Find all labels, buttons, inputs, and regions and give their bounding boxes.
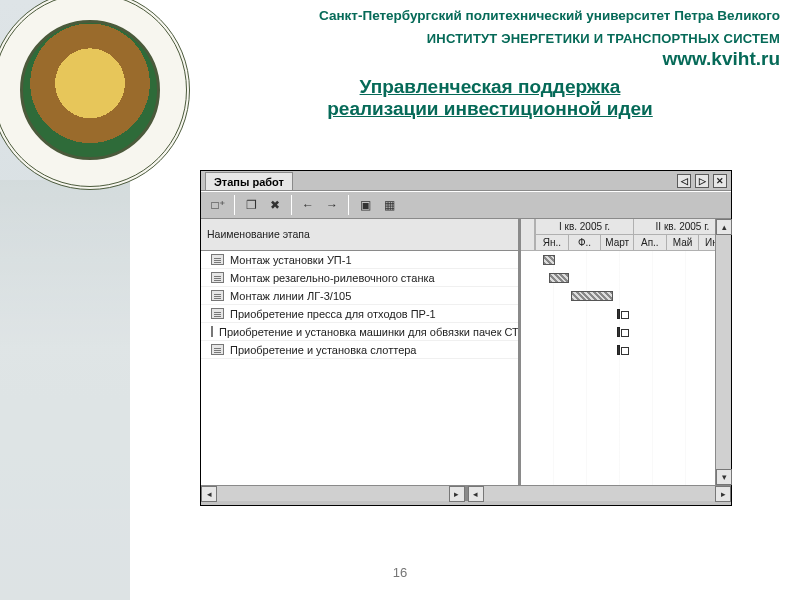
prev-icon[interactable]: ◁	[677, 174, 691, 188]
stage-row[interactable]: Приобретение и установка слоттера	[201, 341, 518, 359]
toolbar: □⁺ ❐ ✖ ← → ▣ ▦	[201, 191, 731, 219]
stages-header: Наименование этапа	[201, 219, 518, 251]
grid-icon[interactable]: ▦	[378, 194, 400, 216]
delete-icon[interactable]: ✖	[264, 194, 286, 216]
month-cell: Ян..	[535, 235, 568, 251]
gantt-row	[521, 269, 731, 287]
gantt-row	[521, 305, 731, 323]
stages-column: Наименование этапа Монтаж установки УП-1…	[201, 219, 521, 485]
stage-icon	[211, 308, 224, 319]
gantt-row	[521, 287, 731, 305]
gantt-row	[521, 251, 731, 269]
right-horizontal-scrollbar[interactable]: ◂ ▸	[468, 485, 732, 501]
gantt-area	[521, 251, 731, 485]
app-header: Этапы работ ◁ ▷ ✕	[201, 171, 731, 191]
stage-name: Приобретение пресса для отходов ПР-1	[230, 308, 436, 320]
gantt-row	[521, 323, 731, 341]
toggle-icon[interactable]: ▣	[354, 194, 376, 216]
app-footer: ◂ ▸ ◂ ▸	[201, 485, 731, 505]
vertical-scrollbar[interactable]: ▴ ▾	[715, 219, 731, 485]
stage-row[interactable]: Приобретение пресса для отходов ПР-1	[201, 305, 518, 323]
timeline-header: I кв. 2005 г. II кв. 2005 г. Ян.. Ф.. Ма…	[521, 219, 731, 251]
slide-title-line2: реализации инвестиционной идеи	[200, 98, 780, 120]
month-cell: Ф..	[568, 235, 601, 251]
header-block: Санкт-Петербургский политехнический унив…	[200, 8, 780, 120]
next-icon[interactable]: ▷	[695, 174, 709, 188]
left-horizontal-scrollbar[interactable]: ◂ ▸	[201, 485, 468, 501]
quarter-1: I кв. 2005 г.	[535, 219, 633, 235]
university-name: Санкт-Петербургский политехнический унив…	[200, 8, 780, 23]
gantt-column: I кв. 2005 г. II кв. 2005 г. Ян.. Ф.. Ма…	[521, 219, 731, 485]
month-cell: Март	[600, 235, 633, 251]
new-doc-icon[interactable]: □⁺	[207, 194, 229, 216]
slide-title-line1: Управленческая поддержка	[200, 76, 780, 98]
university-seal	[0, 0, 190, 190]
gantt-milestone[interactable]	[617, 345, 620, 355]
coat-of-arms	[20, 20, 160, 160]
arrow-right-icon[interactable]: →	[321, 194, 343, 216]
stage-icon	[211, 290, 224, 301]
gantt-bar[interactable]	[549, 273, 569, 283]
institute-name: ИНСТИТУТ ЭНЕРГЕТИКИ И ТРАНСПОРТНЫХ СИСТЕ…	[200, 31, 780, 46]
scroll-track[interactable]	[217, 486, 449, 501]
stage-icon	[211, 254, 224, 265]
app-panel: Этапы работ ◁ ▷ ✕ □⁺ ❐ ✖ ← → ▣ ▦ Наимено…	[200, 170, 732, 506]
header-stub	[521, 219, 535, 251]
stage-row[interactable]: Приобретение и установка машинки для обв…	[201, 323, 518, 341]
arrow-left-icon[interactable]: ←	[297, 194, 319, 216]
stage-name: Приобретение и установка машинки для обв…	[219, 326, 518, 338]
stage-row[interactable]: Монтаж линии ЛГ-3/105	[201, 287, 518, 305]
stage-name: Монтаж линии ЛГ-3/105	[230, 290, 351, 302]
copy-icon[interactable]: ❐	[240, 194, 262, 216]
stage-icon	[211, 344, 224, 355]
scroll-up-icon[interactable]: ▴	[716, 219, 732, 235]
window-controls: ◁ ▷ ✕	[677, 174, 727, 190]
toolbar-sep	[348, 195, 349, 215]
page-number: 16	[0, 565, 800, 580]
scroll-right-icon[interactable]: ▸	[449, 486, 465, 502]
month-cell: Май	[666, 235, 699, 251]
scroll-right-icon[interactable]: ▸	[715, 486, 731, 502]
scroll-track[interactable]	[716, 235, 731, 469]
gantt-bar[interactable]	[543, 255, 555, 265]
stage-row[interactable]: Монтаж установки УП-1	[201, 251, 518, 269]
month-cell: Ап..	[633, 235, 666, 251]
stage-name: Монтаж установки УП-1	[230, 254, 352, 266]
stage-name: Приобретение и установка слоттера	[230, 344, 416, 356]
scroll-left-icon[interactable]: ◂	[201, 486, 217, 502]
toolbar-sep	[291, 195, 292, 215]
toolbar-sep	[234, 195, 235, 215]
gantt-bar[interactable]	[571, 291, 613, 301]
stage-icon	[211, 326, 213, 337]
stages-list: Монтаж установки УП-1Монтаж резагельно-р…	[201, 251, 518, 485]
tab-stages[interactable]: Этапы работ	[205, 172, 293, 190]
stage-name: Монтаж резагельно-рилевочного станка	[230, 272, 435, 284]
gantt-row	[521, 341, 731, 359]
building-photo	[0, 180, 130, 600]
scroll-left-icon[interactable]: ◂	[468, 486, 484, 502]
site-url: www.kviht.ru	[200, 48, 780, 70]
stage-row[interactable]: Монтаж резагельно-рилевочного станка	[201, 269, 518, 287]
scroll-down-icon[interactable]: ▾	[716, 469, 732, 485]
split-view: Наименование этапа Монтаж установки УП-1…	[201, 219, 731, 485]
scroll-track[interactable]	[484, 486, 716, 501]
gantt-milestone[interactable]	[617, 327, 620, 337]
close-icon[interactable]: ✕	[713, 174, 727, 188]
gantt-milestone[interactable]	[617, 309, 620, 319]
stage-icon	[211, 272, 224, 283]
